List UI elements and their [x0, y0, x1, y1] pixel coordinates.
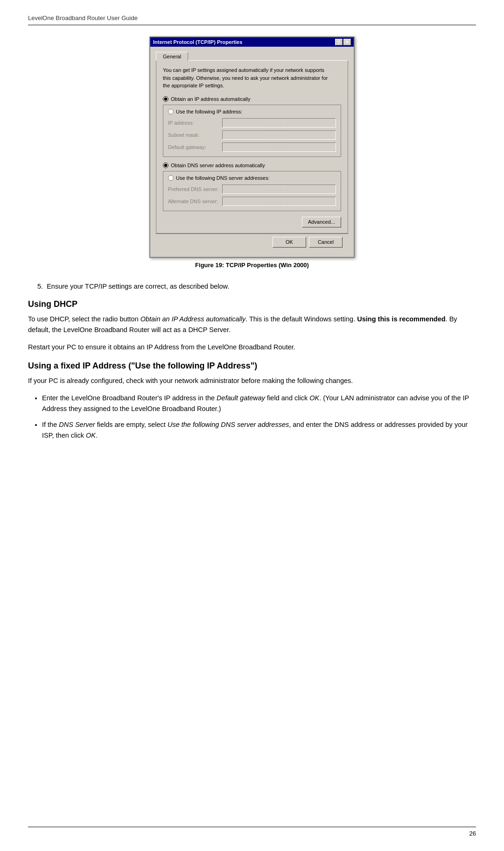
radio-auto-ip[interactable] — [163, 96, 168, 102]
tab-row: General — [156, 51, 348, 60]
bullet-item-1: Enter the LevelOne Broadband Router's IP… — [42, 393, 476, 414]
alternate-dns-input[interactable]: . . . — [222, 197, 336, 206]
radio-manual-dns-row: Use the following DNS server addresses: — [168, 175, 336, 181]
gateway-row: Default gateway: . . — [168, 142, 336, 152]
radio-auto-dns-row: Obtain DNS server address automatically — [163, 163, 341, 168]
advanced-button[interactable]: Advanced... — [302, 217, 341, 227]
dialog-button-row: OK Cancel — [156, 234, 348, 252]
dialog-title-buttons: ? ✕ — [335, 39, 351, 45]
dialog-title: Internet Protocol (TCP/IP) Properties — [153, 39, 242, 45]
section-dhcp-heading: Using DHCP — [28, 299, 476, 309]
ip-address-label: IP address: — [168, 120, 219, 126]
help-button[interactable]: ? — [335, 39, 343, 45]
dialog-title-bar: Internet Protocol (TCP/IP) Properties ? … — [150, 37, 354, 47]
figure-caption: Figure 19: TCP/IP Properties (Win 2000) — [195, 262, 309, 269]
gateway-input[interactable]: . . — [222, 142, 336, 152]
radio-auto-ip-label: Obtain an IP address automatically — [171, 96, 250, 102]
close-button[interactable]: ✕ — [343, 39, 351, 45]
page-header: LevelOne Broadband Router User Guide — [28, 14, 476, 25]
dhcp-para2: Restart your PC to ensure it obtains an … — [28, 342, 476, 353]
ip-address-row: IP address: . . . — [168, 118, 336, 128]
alternate-dns-row: Alternate DNS server: . . . — [168, 197, 336, 206]
bullet1-italic1: Default gateway — [217, 394, 265, 402]
radio-manual-ip-row: Use the following IP address: — [168, 109, 336, 114]
radio-manual-dns[interactable] — [168, 175, 174, 181]
radio-manual-dns-label: Use the following DNS server addresses: — [176, 175, 270, 181]
alternate-dns-label: Alternate DNS server: — [168, 199, 219, 204]
step-5: 5. Ensure your TCP/IP settings are corre… — [28, 283, 476, 290]
dialog-screenshot-wrapper: Internet Protocol (TCP/IP) Properties ? … — [28, 36, 476, 278]
subnet-mask-label: Subnet mask: — [168, 132, 219, 138]
cancel-button[interactable]: Cancel — [309, 237, 343, 248]
step-5-text: Ensure your TCP/IP settings are correct,… — [47, 283, 229, 290]
bullet1-italic2: OK — [309, 394, 319, 402]
radio-auto-dns-label: Obtain DNS server address automatically — [171, 163, 265, 168]
page-number: 26 — [469, 830, 476, 837]
header-text: LevelOne Broadband Router User Guide — [28, 14, 138, 21]
bullet-item-2: If the DNS Server fields are empty, sele… — [42, 419, 476, 441]
section-fixed-heading: Using a fixed IP Address ("Use the follo… — [28, 361, 476, 371]
preferred-dns-row: Preferred DNS server: . . . — [168, 184, 336, 194]
radio-auto-ip-row: Obtain an IP address automatically — [163, 96, 341, 102]
dialog-description: You can get IP settings assigned automat… — [163, 66, 341, 90]
bullet2-italic1: DNS Server — [59, 421, 95, 428]
preferred-dns-label: Preferred DNS server: — [168, 186, 219, 192]
fixed-intro: If your PC is already configured, check … — [28, 376, 476, 386]
subnet-mask-row: Subnet mask: . . . — [168, 130, 336, 140]
manual-dns-group: Use the following DNS server addresses: … — [163, 171, 341, 211]
page-footer: 26 — [28, 827, 476, 837]
preferred-dns-input[interactable]: . . . — [222, 184, 336, 194]
radio-manual-ip-label: Use the following IP address: — [176, 109, 242, 114]
radio-manual-ip[interactable] — [168, 109, 174, 114]
tab-content: You can get IP settings assigned automat… — [156, 60, 348, 234]
tab-general[interactable]: General — [156, 52, 188, 61]
tcpip-dialog: Internet Protocol (TCP/IP) Properties ? … — [149, 36, 355, 258]
dhcp-para1: To use DHCP, select the radio button Obt… — [28, 314, 476, 335]
dhcp-bold: Using this is recommended — [357, 315, 445, 323]
ip-address-input[interactable]: . . . — [222, 118, 336, 128]
subnet-mask-input[interactable]: . . . — [222, 130, 336, 140]
manual-ip-group: Use the following IP address: IP address… — [163, 105, 341, 157]
gateway-label: Default gateway: — [168, 144, 219, 150]
ok-button[interactable]: OK — [273, 237, 306, 248]
dialog-content: General You can get IP settings assigned… — [150, 47, 354, 257]
dhcp-italic: Obtain an IP Address automatically — [140, 315, 245, 323]
radio-auto-dns[interactable] — [163, 163, 168, 168]
fixed-bullet-list: Enter the LevelOne Broadband Router's IP… — [42, 393, 476, 441]
bullet2-italic2: Use the following DNS server addresses — [168, 421, 289, 428]
bullet2-italic3: OK — [86, 432, 96, 439]
advanced-button-row: Advanced... — [163, 217, 341, 227]
